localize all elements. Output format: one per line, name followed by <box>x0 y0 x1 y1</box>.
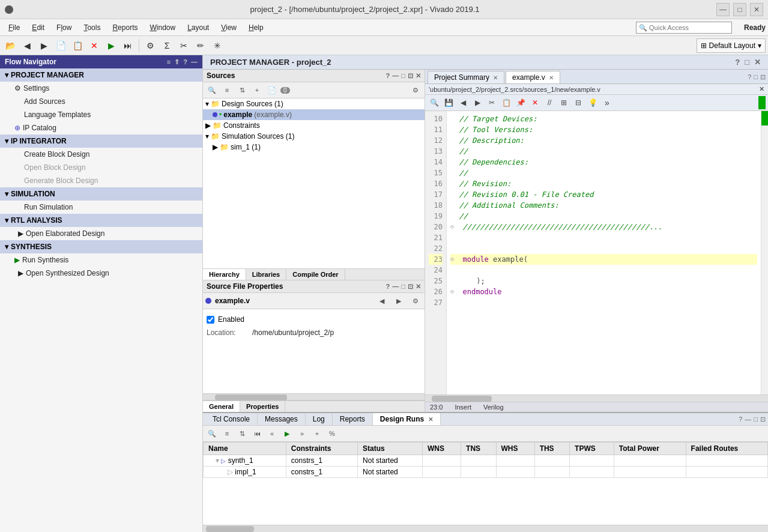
nav-section-project-manager[interactable]: ▾ PROJECT MANAGER <box>0 68 202 82</box>
nav-section-simulation[interactable]: ▾ SIMULATION <box>0 187 202 201</box>
ed-more-btn[interactable]: » <box>600 96 614 109</box>
cut-button[interactable]: ✂ <box>176 38 192 53</box>
minimize-button[interactable]: — <box>716 3 730 16</box>
constraints-folder[interactable]: ▶ 📁 Constraints <box>203 120 425 131</box>
tab-compile-order[interactable]: Compile Order <box>286 269 345 280</box>
pin-button[interactable]: ✳ <box>210 38 225 53</box>
nav-item-add-sources[interactable]: Add Sources <box>0 95 202 108</box>
bottom-float-icon[interactable]: □ <box>754 416 758 423</box>
ed-delete-btn[interactable]: ✕ <box>528 96 542 109</box>
menu-layout[interactable]: Layout <box>181 22 215 33</box>
sfp-minimize-icon[interactable]: — <box>392 283 399 290</box>
ed-paste-btn[interactable]: 📌 <box>514 96 527 109</box>
close-button[interactable]: ✕ <box>750 3 763 16</box>
nav-item-language-templates[interactable]: Language Templates <box>0 108 202 121</box>
bottom-tab-reports[interactable]: Reports <box>333 413 373 425</box>
editor-h-scrollbar[interactable] <box>425 394 768 402</box>
pm-minimize-icon[interactable]: □ <box>745 58 749 67</box>
sfp-expand-icon[interactable]: ⊡ <box>408 283 413 291</box>
menu-edit[interactable]: Edit <box>26 22 50 33</box>
tab-ev-close[interactable]: ✕ <box>549 74 554 81</box>
sources-add-btn[interactable]: + <box>250 83 264 97</box>
ed-indent-btn[interactable]: ⊞ <box>557 96 570 109</box>
tab-ps-close[interactable]: ✕ <box>493 74 498 81</box>
sfp-question-icon[interactable]: ? <box>386 283 390 290</box>
menu-window[interactable]: Window <box>144 22 181 33</box>
ed-comment-btn[interactable]: // <box>543 96 556 109</box>
bottom-tab-log[interactable]: Log <box>306 413 333 425</box>
bottom-expand-icon[interactable]: ⊡ <box>760 416 766 423</box>
dr-first-btn[interactable]: ⏮ <box>250 427 264 440</box>
dr-pct-btn[interactable]: % <box>325 427 339 440</box>
flow-nav-up-icon[interactable]: ⇑ <box>174 58 180 66</box>
dr-sort-btn[interactable]: ⇅ <box>235 427 249 440</box>
tab-hierarchy[interactable]: Hierarchy <box>203 269 246 280</box>
dr-search-btn[interactable]: 🔍 <box>205 427 219 440</box>
nav-section-ip-integrator[interactable]: ▾ IP INTEGRATOR <box>0 135 202 148</box>
dr-filter-btn[interactable]: ≡ <box>220 427 234 440</box>
sfp-back-btn[interactable]: ◀ <box>375 294 389 307</box>
sigma-button[interactable]: Σ <box>159 38 175 53</box>
nav-item-ip-catalog[interactable]: ⊕ IP Catalog <box>0 121 202 135</box>
sfp-scrollbar[interactable] <box>203 393 425 401</box>
sfp-gear-btn[interactable]: ⚙ <box>409 294 422 307</box>
example-file-item[interactable]: • example (example.v) <box>203 109 425 120</box>
settings-button[interactable]: ⚙ <box>142 38 158 53</box>
tab-example-v[interactable]: example.v ✕ <box>506 71 560 83</box>
menu-flow[interactable]: Flow <box>50 22 77 33</box>
bottom-minimize-icon[interactable]: — <box>745 416 751 423</box>
sim-sources-folder[interactable]: ▾ 📁 Simulation Sources (1) <box>203 131 425 142</box>
bottom-tab-design-runs[interactable]: Design Runs ✕ <box>373 413 441 425</box>
code-area[interactable]: // Target Devices: // Tool Versions: // … <box>447 111 761 394</box>
sfp-close-icon[interactable]: ✕ <box>416 283 421 291</box>
sources-question-icon[interactable]: ? <box>386 72 390 79</box>
dr-next-btn[interactable]: » <box>295 427 309 440</box>
ed-forward-btn[interactable]: ▶ <box>471 96 484 109</box>
maximize-button[interactable]: □ <box>733 3 746 16</box>
sources-float-icon[interactable]: □ <box>401 72 405 79</box>
forward-button[interactable]: ▶ <box>36 38 52 53</box>
copy-button[interactable]: 📋 <box>70 38 85 53</box>
bottom-tab-messages[interactable]: Messages <box>258 413 306 425</box>
flow-nav-close-icon[interactable]: — <box>191 58 198 66</box>
ed-back-btn[interactable]: ◀ <box>456 96 470 109</box>
ed-cut-btn[interactable]: ✂ <box>485 96 498 109</box>
design-sources-folder[interactable]: ▾ 📁 Design Sources (1) <box>203 98 425 109</box>
open-button[interactable]: 📂 <box>2 38 18 53</box>
menu-reports[interactable]: Reports <box>106 22 144 33</box>
menu-help[interactable]: Help <box>243 22 270 33</box>
sfp-forward-btn[interactable]: ▶ <box>392 294 405 307</box>
pm-question-icon[interactable]: ? <box>735 58 740 67</box>
flow-nav-pin-icon[interactable]: ≡ <box>167 58 171 66</box>
pm-close-icon[interactable]: ✕ <box>754 58 761 67</box>
ed-outdent-btn[interactable]: ⊟ <box>572 96 585 109</box>
ed-bulb-btn[interactable]: 💡 <box>586 96 599 109</box>
pencil-button[interactable]: ✏ <box>193 38 208 53</box>
flow-nav-question-icon[interactable]: ? <box>183 58 187 66</box>
sources-minimize-icon[interactable]: — <box>392 72 399 79</box>
nav-section-synthesis[interactable]: ▾ SYNTHESIS <box>0 240 202 253</box>
sources-file-btn[interactable]: 📄 <box>265 83 279 97</box>
sources-close-icon[interactable]: ✕ <box>416 72 421 80</box>
run-button[interactable]: ▶ <box>103 38 119 53</box>
nav-item-run-simulation[interactable]: Run Simulation <box>0 201 202 214</box>
editor-float-icon[interactable]: □ <box>754 73 758 81</box>
enabled-checkbox[interactable] <box>207 316 214 324</box>
sfp-tab-properties[interactable]: Properties <box>240 401 285 412</box>
ed-save-btn[interactable]: 💾 <box>442 96 455 109</box>
nav-section-rtl[interactable]: ▾ RTL ANALYSIS <box>0 214 202 227</box>
editor-question-icon[interactable]: ? <box>748 73 751 81</box>
menu-tools[interactable]: Tools <box>77 22 106 33</box>
nav-item-create-block[interactable]: Create Block Design <box>0 148 202 161</box>
ed-copy-btn[interactable]: 📋 <box>500 96 513 109</box>
sim1-item[interactable]: ▶ 📁 sim_1 (1) <box>203 142 425 153</box>
bottom-question-icon[interactable]: ? <box>739 416 742 423</box>
bottom-h-scrollbar[interactable] <box>203 525 768 532</box>
sfp-float-icon[interactable]: □ <box>401 283 405 290</box>
layout-selector[interactable]: ⊞ Default Layout ▾ <box>697 38 766 53</box>
tab-libraries[interactable]: Libraries <box>246 269 286 280</box>
editor-expand-icon[interactable]: ⊡ <box>760 73 766 81</box>
bottom-tab-tcl[interactable]: Tcl Console <box>205 413 258 425</box>
table-row[interactable]: ▷ impl_1 constrs_1 Not started <box>204 467 768 478</box>
back-button[interactable]: ◀ <box>19 38 35 53</box>
